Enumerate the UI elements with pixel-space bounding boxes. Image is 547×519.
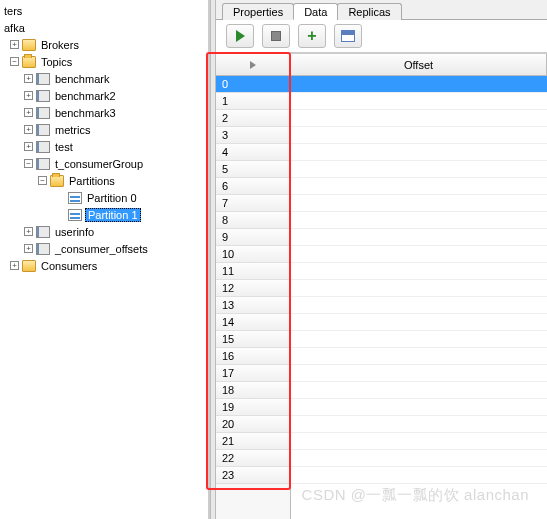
expand-icon[interactable]: + bbox=[24, 142, 33, 151]
data-cell[interactable] bbox=[291, 195, 547, 212]
data-cell[interactable] bbox=[291, 416, 547, 433]
row-header[interactable]: 13 bbox=[216, 297, 290, 314]
row-header[interactable]: 22 bbox=[216, 450, 290, 467]
tree-item-benchmark[interactable]: + benchmark bbox=[2, 70, 208, 87]
partition-icon bbox=[68, 192, 82, 204]
row-header[interactable]: 21 bbox=[216, 433, 290, 450]
add-button[interactable]: + bbox=[298, 24, 326, 48]
data-cell[interactable] bbox=[291, 382, 547, 399]
row-header[interactable]: 16 bbox=[216, 348, 290, 365]
row-header[interactable]: 0 bbox=[216, 76, 290, 93]
row-header[interactable]: 14 bbox=[216, 314, 290, 331]
data-cell[interactable] bbox=[291, 263, 547, 280]
data-cell[interactable] bbox=[291, 93, 547, 110]
tree-item-consumer-offsets[interactable]: + _consumer_offsets bbox=[2, 240, 208, 257]
tab-replicas[interactable]: Replicas bbox=[337, 3, 401, 20]
row-header[interactable]: 8 bbox=[216, 212, 290, 229]
topic-icon bbox=[36, 141, 50, 153]
topic-icon bbox=[36, 226, 50, 238]
tree-item-metrics[interactable]: + metrics bbox=[2, 121, 208, 138]
tree-panel: ters afka + Brokers − Topics + benchmark… bbox=[0, 0, 210, 519]
tree-item-partition-1[interactable]: Partition 1 bbox=[2, 206, 208, 223]
data-grid: 01234567891011121314151617181920212223 O… bbox=[216, 53, 547, 519]
data-cell[interactable] bbox=[291, 212, 547, 229]
data-cell[interactable] bbox=[291, 144, 547, 161]
tabs: Properties Data Replicas bbox=[216, 0, 547, 20]
row-header[interactable]: 18 bbox=[216, 382, 290, 399]
expand-icon[interactable]: + bbox=[24, 125, 33, 134]
topic-icon bbox=[36, 73, 50, 85]
data-cell[interactable] bbox=[291, 450, 547, 467]
expand-icon[interactable]: + bbox=[24, 244, 33, 253]
data-cell[interactable] bbox=[291, 399, 547, 416]
tab-properties[interactable]: Properties bbox=[222, 3, 294, 20]
stop-icon bbox=[271, 31, 281, 41]
data-cell[interactable] bbox=[291, 280, 547, 297]
folder-icon bbox=[22, 39, 36, 51]
row-header[interactable]: 11 bbox=[216, 263, 290, 280]
tree-item-benchmark2[interactable]: + benchmark2 bbox=[2, 87, 208, 104]
row-header[interactable]: 4 bbox=[216, 144, 290, 161]
tree-item-topics[interactable]: − Topics bbox=[2, 53, 208, 70]
data-cell[interactable] bbox=[291, 76, 547, 93]
row-header[interactable]: 5 bbox=[216, 161, 290, 178]
row-header[interactable]: 19 bbox=[216, 399, 290, 416]
row-header[interactable]: 10 bbox=[216, 246, 290, 263]
data-cell[interactable] bbox=[291, 229, 547, 246]
row-header[interactable]: 7 bbox=[216, 195, 290, 212]
topic-icon bbox=[36, 243, 50, 255]
data-cell[interactable] bbox=[291, 161, 547, 178]
row-header[interactable]: 15 bbox=[216, 331, 290, 348]
tree-item-ters[interactable]: ters bbox=[2, 2, 208, 19]
row-header[interactable]: 23 bbox=[216, 467, 290, 484]
column-header-offset[interactable]: Offset bbox=[291, 54, 547, 76]
data-cell[interactable] bbox=[291, 331, 547, 348]
tree-item-benchmark3[interactable]: + benchmark3 bbox=[2, 104, 208, 121]
view-button[interactable] bbox=[334, 24, 362, 48]
topic-icon bbox=[36, 90, 50, 102]
tree-item-userinfo[interactable]: + userinfo bbox=[2, 223, 208, 240]
row-header[interactable]: 2 bbox=[216, 110, 290, 127]
run-button[interactable] bbox=[226, 24, 254, 48]
expand-icon[interactable]: + bbox=[10, 40, 19, 49]
corner-cell[interactable] bbox=[216, 54, 290, 76]
row-header[interactable]: 1 bbox=[216, 93, 290, 110]
data-cell[interactable] bbox=[291, 467, 547, 484]
tree-item-consumers[interactable]: + Consumers bbox=[2, 257, 208, 274]
tab-data[interactable]: Data bbox=[293, 3, 338, 20]
data-cell[interactable] bbox=[291, 246, 547, 263]
data-cell[interactable] bbox=[291, 314, 547, 331]
expand-icon[interactable]: + bbox=[24, 91, 33, 100]
expand-icon[interactable]: + bbox=[10, 261, 19, 270]
expand-icon[interactable]: + bbox=[24, 227, 33, 236]
tree-item-brokers[interactable]: + Brokers bbox=[2, 36, 208, 53]
row-header[interactable]: 9 bbox=[216, 229, 290, 246]
tree-item-test[interactable]: + test bbox=[2, 138, 208, 155]
data-cell[interactable] bbox=[291, 178, 547, 195]
row-header[interactable]: 20 bbox=[216, 416, 290, 433]
play-icon bbox=[236, 30, 245, 42]
data-cell[interactable] bbox=[291, 365, 547, 382]
toolbar: + bbox=[216, 20, 547, 53]
row-header[interactable]: 12 bbox=[216, 280, 290, 297]
tree-item-partition-0[interactable]: Partition 0 bbox=[2, 189, 208, 206]
data-cell[interactable] bbox=[291, 348, 547, 365]
row-header[interactable]: 17 bbox=[216, 365, 290, 382]
topic-icon bbox=[36, 124, 50, 136]
tree-item-afka[interactable]: afka bbox=[2, 19, 208, 36]
row-header[interactable]: 6 bbox=[216, 178, 290, 195]
data-cell[interactable] bbox=[291, 127, 547, 144]
expand-icon[interactable]: + bbox=[24, 108, 33, 117]
data-cell[interactable] bbox=[291, 110, 547, 127]
stop-button[interactable] bbox=[262, 24, 290, 48]
data-cell[interactable] bbox=[291, 297, 547, 314]
tree-item-t-consumergroup[interactable]: − t_consumerGroup bbox=[2, 155, 208, 172]
data-cell[interactable] bbox=[291, 433, 547, 450]
collapse-icon[interactable]: − bbox=[24, 159, 33, 168]
row-header[interactable]: 3 bbox=[216, 127, 290, 144]
collapse-icon[interactable]: − bbox=[10, 57, 19, 66]
collapse-icon[interactable]: − bbox=[38, 176, 47, 185]
expand-icon[interactable]: + bbox=[24, 74, 33, 83]
right-panel: Properties Data Replicas + 0123456789101… bbox=[216, 0, 547, 519]
tree-item-partitions[interactable]: − Partitions bbox=[2, 172, 208, 189]
